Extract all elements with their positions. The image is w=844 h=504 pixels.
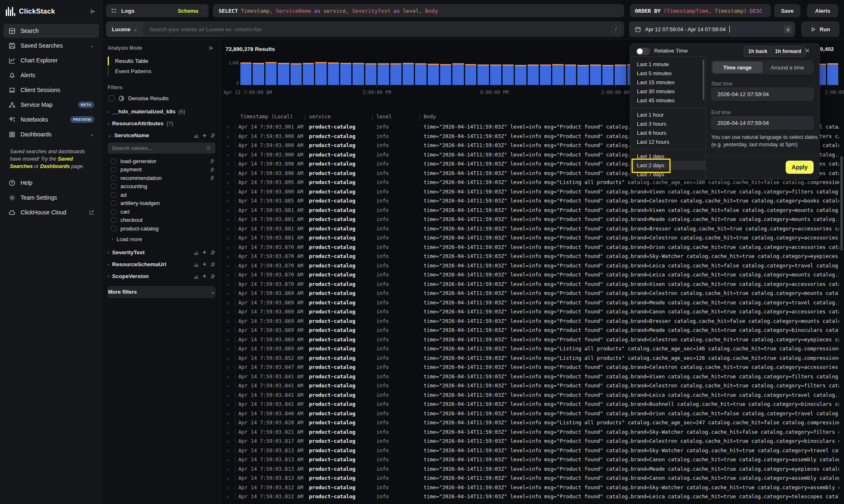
histogram-bar[interactable] <box>590 64 601 85</box>
log-row[interactable]: › Apr 14 7:59:03.852 AM product-catalog … <box>221 355 844 364</box>
source-select[interactable]: Logs Schema ⌃⌃ <box>106 4 209 17</box>
histogram-bar[interactable] <box>528 64 539 85</box>
relative-time-option[interactable]: Last 45 minutes <box>630 96 706 105</box>
add-filter-icon[interactable]: + <box>203 262 206 266</box>
column-timestamp[interactable]: Timestamp (Local) <box>240 113 293 120</box>
mode-results-table[interactable]: Results Table <box>108 56 220 66</box>
filter-field-resource-attributes[interactable]: › ResourceAttributes {7} <box>103 117 220 129</box>
log-row[interactable]: › Apr 14 7:59:03.817 AM product-catalog … <box>221 438 844 447</box>
log-row[interactable]: › Apr 14 7:59:03.813 AM product-catalog … <box>221 447 844 457</box>
log-row[interactable]: › Apr 14 7:59:03.869 AM product-catalog … <box>221 345 844 355</box>
relative-time-option[interactable]: Last 1 minute <box>630 60 706 69</box>
relative-time-option[interactable]: Last 1 hour <box>630 110 706 120</box>
value-checkbox[interactable] <box>111 184 116 189</box>
relative-time-option[interactable]: Last 7 days <box>630 170 706 179</box>
column-level[interactable]: level <box>376 113 392 120</box>
histogram-bar[interactable] <box>452 63 464 85</box>
close-icon[interactable]: ✕ <box>805 47 810 55</box>
service-value-row[interactable]: load-generator <box>103 157 220 166</box>
log-row[interactable]: › Apr 14 7:59:03.890 AM product-catalog … <box>221 189 844 198</box>
search-bar[interactable]: Lucene ⌄ Search your events w/ Lucene ex… <box>106 21 624 37</box>
expand-chevron-icon[interactable]: › <box>226 364 229 371</box>
column-service[interactable]: service <box>309 113 331 120</box>
expand-chevron-icon[interactable]: › <box>226 161 229 167</box>
apply-button[interactable]: Apply <box>786 161 814 174</box>
expand-chevron-icon[interactable]: › <box>226 253 229 260</box>
pin-icon[interactable] <box>210 250 215 255</box>
log-row[interactable]: › Apr 14 7:59:03.870 AM product-catalog … <box>221 262 844 272</box>
log-row[interactable]: › Apr 14 7:59:03.881 AM product-catalog … <box>221 216 844 226</box>
log-row[interactable]: › Apr 14 7:59:03.881 AM product-catalog … <box>221 207 844 216</box>
start-time-input[interactable]: 2026-04-12 07:59:04 <box>711 87 814 101</box>
lucene-select[interactable]: Lucene ⌄ <box>106 21 144 37</box>
save-button[interactable]: Save <box>774 4 800 17</box>
dashboards-link[interactable]: Dashboards <box>40 163 70 169</box>
log-row[interactable]: › Apr 14 7:59:03.869 AM product-catalog … <box>221 318 844 327</box>
expand-chevron-icon[interactable]: › <box>226 466 229 472</box>
expand-chevron-icon[interactable]: › <box>226 355 229 361</box>
mini-chart-icon[interactable] <box>194 262 199 267</box>
log-row[interactable]: › Apr 14 7:59:03.813 AM product-catalog … <box>221 456 844 466</box>
column-body[interactable]: Body <box>424 113 436 120</box>
histogram-bar[interactable] <box>565 64 576 85</box>
service-value-row[interactable]: cart <box>103 207 220 216</box>
histogram-bar[interactable] <box>503 64 514 85</box>
log-row[interactable]: › Apr 14 7:59:03.869 AM product-catalog … <box>221 327 844 336</box>
expand-chevron-icon[interactable]: › <box>226 244 229 251</box>
sidebar-item-team-settings[interactable]: Team Settings <box>3 191 99 205</box>
expand-chevron-icon[interactable]: › <box>226 401 229 407</box>
relative-time-option[interactable]: Last 3 hours <box>630 120 706 129</box>
sidebar-item-notebooks[interactable]: Notebooks PREVIEW <box>3 113 99 127</box>
one-hour-back-button[interactable]: 1h back <box>744 46 772 57</box>
relative-time-toggle[interactable] <box>636 48 650 55</box>
expand-chevron-icon[interactable]: › <box>226 235 229 241</box>
expand-chevron-icon[interactable]: › <box>226 448 229 454</box>
mini-chart-icon[interactable] <box>194 274 199 279</box>
expand-chevron-icon[interactable]: › <box>226 263 229 269</box>
relative-time-option[interactable]: Last 2 days <box>630 161 706 170</box>
sidebar-item-alerts[interactable]: Alerts <box>3 68 99 82</box>
value-checkbox[interactable] <box>111 209 116 214</box>
expand-chevron-icon[interactable]: › <box>226 411 229 417</box>
expand-chevron-icon[interactable]: › <box>226 429 229 435</box>
mode-event-patterns[interactable]: Event Patterns <box>108 66 220 76</box>
pin-icon[interactable] <box>210 274 215 279</box>
filter-values-search-input[interactable]: Search values... <box>108 143 215 154</box>
expand-chevron-icon[interactable]: › <box>226 124 229 130</box>
expand-chevron-icon[interactable]: › <box>226 152 229 158</box>
mini-chart-icon[interactable] <box>194 133 199 138</box>
histogram-bar[interactable] <box>303 63 314 85</box>
log-row[interactable]: › Apr 14 7:59:03.895 AM product-catalog … <box>221 179 844 189</box>
expand-chevron-icon[interactable]: › <box>226 226 229 232</box>
expand-chevron-icon[interactable]: › <box>226 143 229 149</box>
pinned-icon[interactable] <box>210 159 214 163</box>
list-scrollbar[interactable] <box>703 60 704 100</box>
pinned-icon[interactable] <box>210 167 214 172</box>
service-value-row[interactable]: product-catalog <box>103 224 220 233</box>
denoise-checkbox[interactable] <box>108 95 115 101</box>
sql-select-field[interactable]: SELECT Timestamp, ServiceName as service… <box>213 4 624 17</box>
time-range-input[interactable]: Apr 12 07:59:04 - Apr 14 07:59:04 d <box>629 21 795 37</box>
service-value-row[interactable]: ad <box>103 191 220 199</box>
log-row[interactable]: › Apr 14 7:59:03.881 AM product-catalog … <box>221 226 844 235</box>
log-row[interactable]: › Apr 14 7:59:03.869 AM product-catalog … <box>221 308 844 318</box>
alerts-button[interactable]: Alerts <box>807 4 838 17</box>
relative-time-option[interactable]: Last 15 minutes <box>630 78 706 87</box>
search-input[interactable]: Search your events w/ Lucene ex. column:… <box>150 26 262 32</box>
log-row[interactable]: › Apr 14 7:59:03.847 AM product-catalog … <box>221 364 844 373</box>
schema-label[interactable]: Schema <box>178 8 198 14</box>
histogram-bar[interactable] <box>240 62 251 85</box>
log-row[interactable]: › Apr 14 7:59:03.885 AM product-catalog … <box>221 198 844 207</box>
value-checkbox[interactable] <box>111 200 116 206</box>
histogram-bar[interactable] <box>291 63 302 85</box>
histogram-bar[interactable] <box>602 65 613 85</box>
value-checkbox[interactable] <box>111 175 116 181</box>
expand-chevron-icon[interactable]: › <box>226 318 229 324</box>
add-filter-icon[interactable]: + <box>203 250 206 254</box>
sidebar-item-service-map[interactable]: Service Map BETA <box>3 98 99 112</box>
sidebar-item-saved-searches[interactable]: Saved Searches ⌄ <box>3 39 99 53</box>
expand-chevron-icon[interactable]: › <box>226 494 229 500</box>
log-row[interactable]: › Apr 14 7:59:03.841 AM product-catalog … <box>221 382 844 392</box>
sidebar-item-search[interactable]: Search <box>3 24 99 38</box>
expand-chevron-icon[interactable]: › <box>226 392 229 398</box>
